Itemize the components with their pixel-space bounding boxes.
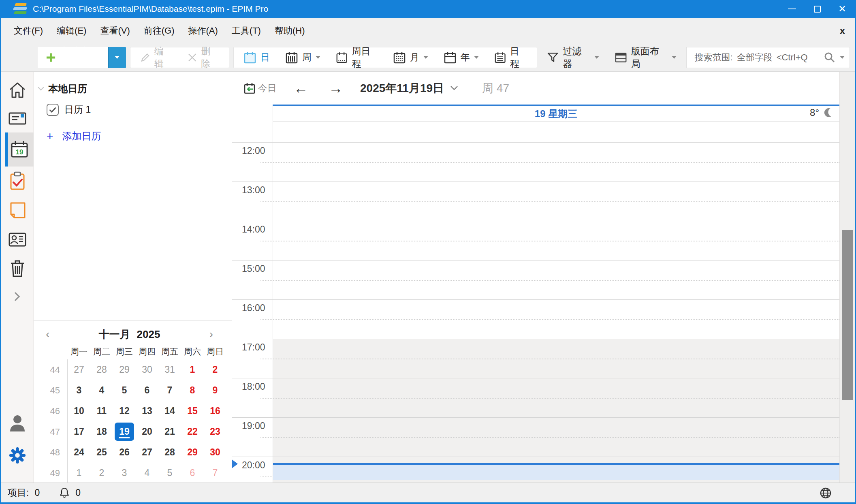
menu-item-edit[interactable]: 编辑(E) [50,21,93,40]
mini-calendar-day[interactable]: 26 [113,442,136,463]
chevron-down-icon[interactable] [38,87,44,91]
sidebar-item-notes[interactable] [1,196,34,225]
sidebar-item-settings[interactable] [8,446,27,466]
mini-calendar-day[interactable]: 16 [204,401,226,421]
mini-calendar-day[interactable]: 7 [158,380,181,401]
calendar-list-item[interactable]: 日历 1 [47,103,232,116]
mini-calendar-day[interactable]: 3 [68,380,90,401]
mini-calendar-day[interactable]: 11 [90,401,113,421]
mini-calendar-day[interactable]: 31 [158,359,181,380]
mini-calendar-day[interactable]: 30 [136,359,158,380]
mini-calendar-day[interactable]: 29 [181,442,204,463]
menu-item-tools[interactable]: 工具(T) [225,21,268,40]
mini-calendar-day[interactable]: 6 [181,463,204,483]
view-agenda-button[interactable]: 日程 [488,49,534,66]
globe-icon[interactable] [819,487,832,500]
mini-calendar-day[interactable]: 22 [181,421,204,442]
mini-calendar-day[interactable]: 28 [158,442,181,463]
search-icon[interactable] [824,51,836,64]
mini-calendar-day[interactable]: 20 [136,421,158,442]
mini-calendar-day[interactable]: 23 [204,421,226,442]
selected-time-slot[interactable] [273,464,839,480]
sidebar-item-home[interactable] [1,77,34,103]
sidebar-item-calendar[interactable]: 19 [5,132,34,167]
add-calendar-button[interactable]: + 添加日历 [47,130,232,143]
mini-calendar-day[interactable]: 10 [68,401,90,421]
new-event-button[interactable]: 新建事件 [38,47,126,68]
sidebar-item-contacts[interactable] [1,225,34,254]
month-view-icon [393,51,406,64]
mini-calendar-next-button[interactable]: › [209,329,213,340]
sidebar-item-tasks[interactable] [1,167,34,196]
menu-item-actions[interactable]: 操作(A) [181,21,225,40]
mini-calendar-day[interactable]: 27 [136,442,158,463]
mini-calendar-day[interactable]: 19 [113,421,136,442]
sidebar-item-trash[interactable] [1,254,34,283]
edit-button[interactable]: 编辑 [134,49,179,66]
vertical-scrollbar[interactable] [839,72,855,483]
view-week-agenda-button[interactable]: 周日程 [329,49,384,66]
mini-calendar-day[interactable]: 8 [181,380,204,401]
mini-calendar-day[interactable]: 5 [158,463,181,483]
new-event-dropdown[interactable] [108,47,126,68]
today-button[interactable]: 今日 [243,82,277,94]
mini-calendar-day[interactable]: 12 [113,401,136,421]
mini-calendar-week-row: 453456789 [34,380,232,401]
mini-calendar-day[interactable]: 3 [113,463,136,483]
mini-calendar-day[interactable]: 13 [136,401,158,421]
mini-calendar-day[interactable]: 18 [90,421,113,442]
filter-button[interactable]: 过滤器 [541,47,604,68]
close-button[interactable]: ✕ [830,0,855,18]
mini-calendar-day[interactable]: 17 [68,421,90,442]
mini-calendar-day[interactable]: 30 [204,442,226,463]
status-bar: 项目: 0 0 [1,483,855,502]
mini-calendar-day[interactable]: 1 [181,359,204,380]
prev-day-button[interactable]: ← [290,81,312,96]
mini-calendar-day[interactable]: 25 [90,442,113,463]
view-month-button[interactable]: 月 [386,49,435,66]
view-week-button[interactable]: 周 [279,49,327,66]
mini-calendar-prev-button[interactable]: ‹ [46,329,49,340]
search-scope-label: 搜索范围: [695,51,733,64]
calendar-checkbox[interactable] [47,104,59,116]
scrollbar-thumb[interactable] [842,230,853,400]
view-day-button[interactable]: 日 [237,49,276,66]
day-header[interactable]: 19 星期三 8° [273,106,839,122]
next-day-button[interactable]: → [325,81,346,96]
mini-calendar-day[interactable]: 9 [204,380,226,401]
mini-calendar-day[interactable]: 14 [158,401,181,421]
minimize-button[interactable] [779,0,805,18]
sidebar-item-account[interactable] [7,413,28,436]
menu-close-button[interactable]: x [840,25,845,36]
menu-item-go[interactable]: 前往(G) [137,21,181,40]
mini-calendar-day[interactable]: 29 [113,359,136,380]
mini-calendar-day[interactable]: 1 [68,463,90,483]
view-year-button[interactable]: 年 [437,49,485,66]
mini-calendar-day[interactable]: 4 [136,463,158,483]
maximize-button[interactable] [805,0,830,18]
weekday-label: 周四 [136,346,158,357]
sidebar-expand-button[interactable] [1,283,34,310]
mini-calendar-day[interactable]: 6 [136,380,158,401]
mini-calendar-day[interactable]: 27 [68,359,90,380]
delete-button[interactable]: 删除 [181,49,226,66]
menu-item-view[interactable]: 查看(V) [93,21,137,40]
mini-calendar-day[interactable]: 5 [113,380,136,401]
mini-calendar-day[interactable]: 4 [90,380,113,401]
mini-calendar-day[interactable]: 2 [90,463,113,483]
menu-item-file[interactable]: 文件(F) [7,21,50,40]
mini-calendar-day[interactable]: 21 [158,421,181,442]
mini-calendar-day[interactable]: 28 [90,359,113,380]
search-box[interactable]: 搜索范围: 全部字段 <Ctrl+Q [686,47,850,68]
menu-item-help[interactable]: 帮助(H) [268,21,312,40]
mini-calendar-day[interactable]: 15 [181,401,204,421]
sidebar-item-mail[interactable] [1,103,34,132]
gutter-divider [273,106,273,483]
mini-calendar-day[interactable]: 7 [204,463,226,483]
mini-calendar-day[interactable]: 24 [68,442,90,463]
date-picker[interactable]: 2025年11月19日 [360,81,458,96]
all-day-row[interactable] [273,122,839,142]
notifications[interactable] [59,487,70,498]
mini-calendar-day[interactable]: 2 [204,359,226,380]
layout-button[interactable]: 版面布局 [609,47,682,68]
